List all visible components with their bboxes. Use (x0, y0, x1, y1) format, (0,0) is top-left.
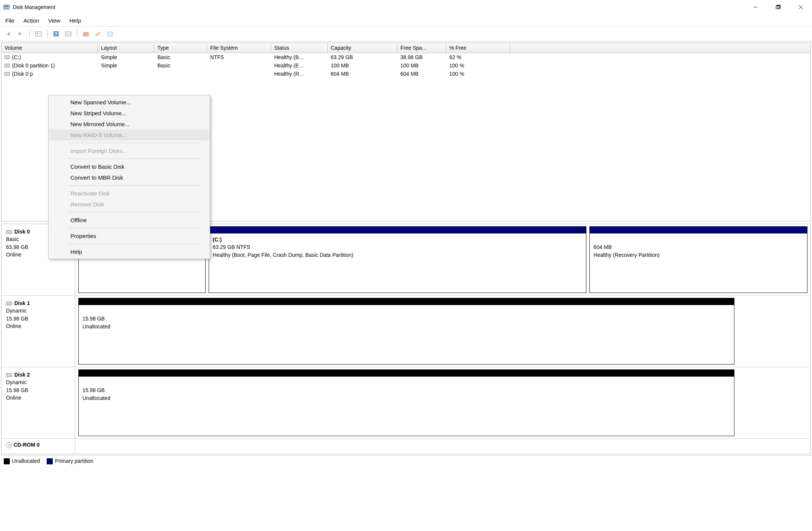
volume-fs (207, 61, 271, 70)
ctx-new-mirrored-volume[interactable]: New Mirrored Volume... (49, 119, 209, 130)
volume-status: Healthy (E... (271, 61, 328, 70)
column-header-status[interactable]: Status (271, 43, 328, 53)
volume-row[interactable]: (C:) Simple Basic NTFS Healthy (B... 63.… (2, 53, 810, 61)
volume-row[interactable]: (Disk 0 partition 1) Simple Basic Health… (2, 61, 810, 70)
ctx-separator (68, 228, 201, 228)
ctx-remove-disk: Remove Disk (49, 199, 209, 210)
menu-action[interactable]: Action (23, 17, 39, 24)
disk-state: Online (6, 322, 70, 330)
column-header-filesystem[interactable]: File System (207, 43, 271, 53)
volume-free: 38.98 GB (397, 53, 446, 61)
window-controls (744, 0, 812, 14)
volume-name: (C:) (12, 54, 21, 60)
legend-swatch-primary (47, 458, 53, 464)
partition-box[interactable]: 15.98 GB Unallocated (78, 298, 734, 365)
column-header-volume[interactable]: Volume (2, 43, 98, 53)
window-title: Disk Management (13, 4, 55, 10)
forward-button[interactable] (16, 29, 26, 39)
help-icon[interactable]: ? (51, 29, 61, 39)
disk-label[interactable]: Disk 1 Dynamic 15.98 GB Online (2, 296, 75, 367)
app-icon (3, 4, 10, 11)
ctx-properties[interactable]: Properties (49, 230, 209, 241)
close-button[interactable] (789, 0, 812, 14)
volume-type (154, 70, 207, 78)
volume-pct: 100 % (446, 70, 510, 78)
partition-box[interactable]: 604 MB Healthy (Recovery Partition) (589, 226, 807, 293)
disk-size: 15.98 GB (6, 315, 70, 322)
refresh-view-icon[interactable] (34, 29, 43, 39)
partition-line2: Unallocated (82, 394, 730, 402)
volume-capacity: 63.29 GB (328, 53, 397, 61)
settings-list-icon[interactable] (63, 29, 73, 39)
volume-icon (5, 72, 10, 76)
maximize-button[interactable] (767, 0, 789, 14)
back-button[interactable] (4, 29, 14, 39)
volume-row[interactable]: (Disk 0 p Healthy (R... 604 MB 604 MB 10… (2, 70, 810, 78)
svg-rect-15 (65, 32, 71, 36)
disk-label[interactable]: Disk 2 Dynamic 15.98 GB Online (2, 367, 75, 438)
column-header-spacer (510, 43, 810, 53)
partition-color-bar (79, 298, 734, 305)
disk-name: Disk 2 (14, 372, 30, 378)
menu-help[interactable]: Help (69, 17, 81, 24)
volume-list-header: Volume Layout Type File System Status Ca… (2, 43, 810, 53)
svg-rect-2 (4, 8, 9, 9)
titlebar: Disk Management (0, 0, 812, 14)
disk-label[interactable]: CD-ROM 0 (2, 439, 75, 454)
volume-fs (207, 70, 271, 78)
volume-free: 604 MB (397, 70, 446, 78)
toolbar-separator (77, 30, 77, 38)
disk-partitions: 15.98 GB Unallocated (75, 367, 810, 438)
legend-label: Unallocated (12, 458, 40, 464)
partition-line1: 604 MB (594, 243, 803, 251)
disk-type: Dynamic (6, 307, 70, 314)
menubar: File Action View Help (0, 14, 812, 26)
disk-row: Disk 2 Dynamic 15.98 GB Online 15.98 GB … (2, 367, 810, 439)
context-menu: New Spanned Volume... New Striped Volume… (48, 95, 210, 259)
disk-partitions: 15.98 GB Unallocated (75, 296, 810, 367)
ctx-reactivate-disk: Reactivate Disk (49, 188, 209, 199)
disk-row: Disk 1 Dynamic 15.98 GB Online 15.98 GB … (2, 296, 810, 367)
column-header-type[interactable]: Type (154, 43, 207, 53)
column-header-free[interactable]: Free Spa... (397, 43, 446, 53)
svg-rect-0 (3, 5, 9, 9)
toolbar-separator (29, 30, 30, 38)
ctx-convert-to-mbr[interactable]: Convert to MBR Disk (49, 172, 209, 183)
column-header-layout[interactable]: Layout (98, 43, 154, 53)
ctx-help[interactable]: Help (49, 246, 209, 257)
menu-file[interactable]: File (5, 17, 14, 24)
ctx-new-raid5-volume: New RAID-5 Volume... (49, 130, 209, 140)
disk-icon (6, 230, 12, 234)
ctx-separator (68, 212, 201, 212)
partition-line1: 15.98 GB (82, 386, 730, 394)
ctx-offline[interactable]: Offline (49, 215, 209, 226)
minimize-button[interactable] (744, 0, 767, 14)
partition-line1: 15.98 GB (82, 315, 730, 322)
disk-state: Online (6, 394, 70, 401)
commit-icon[interactable] (93, 29, 103, 39)
ctx-separator (68, 185, 201, 186)
partition-box[interactable]: (C:) 63.29 GB NTFS Healthy (Boot, Page F… (209, 226, 586, 293)
ctx-separator (68, 159, 201, 159)
volume-icon (5, 55, 10, 59)
column-header-pctfree[interactable]: % Free (446, 43, 510, 53)
manage-disk-icon[interactable] (81, 29, 91, 39)
disk-icon (6, 373, 12, 377)
ctx-new-striped-volume[interactable]: New Striped Volume... (49, 108, 209, 119)
legend-label: Primary partition (55, 458, 93, 464)
toolbar-separator (47, 30, 47, 38)
volume-capacity: 604 MB (328, 70, 397, 78)
volume-capacity: 100 MB (328, 61, 397, 70)
volume-pct: 100 % (446, 61, 510, 70)
menu-view[interactable]: View (48, 17, 60, 24)
svg-rect-1 (4, 6, 9, 7)
column-header-capacity[interactable]: Capacity (328, 43, 397, 53)
partition-line2: Healthy (Recovery Partition) (594, 251, 803, 259)
ctx-convert-to-basic[interactable]: Convert to Basic Disk (49, 161, 209, 172)
partition-color-bar (79, 370, 734, 377)
cdrom-icon (6, 442, 12, 448)
partition-box[interactable]: 15.98 GB Unallocated (78, 369, 734, 436)
ctx-import-foreign-disks: Import Foreign Disks... (49, 145, 209, 156)
new-window-icon[interactable] (105, 29, 115, 39)
ctx-new-spanned-volume[interactable]: New Spanned Volume... (49, 97, 209, 108)
